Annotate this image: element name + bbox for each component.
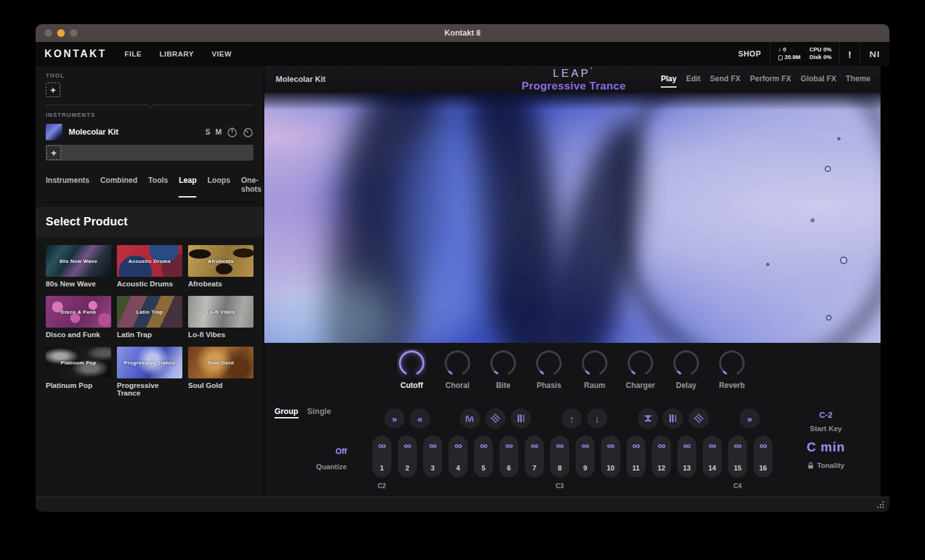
player-panel: Molecolar Kit LEAP′Progressive Trance Pl… bbox=[264, 66, 881, 497]
menu-file[interactable]: FILE bbox=[125, 50, 142, 58]
menu-library[interactable]: LIBRARY bbox=[159, 50, 194, 58]
add-instrument-button[interactable]: + bbox=[46, 145, 61, 160]
knob-charger[interactable]: Charger bbox=[618, 349, 663, 390]
pattern-slot-11[interactable]: ∞11 bbox=[626, 436, 645, 477]
knob-reverb[interactable]: Reverb bbox=[709, 349, 755, 390]
notes-icon: ♪ bbox=[778, 47, 781, 53]
pattern-slot-5[interactable]: ∞5 bbox=[474, 436, 493, 477]
knob-raum[interactable]: Raum bbox=[572, 349, 618, 390]
tab-single[interactable]: Single bbox=[307, 407, 332, 418]
slot-number: 16 bbox=[759, 465, 767, 472]
scatter-button-2[interactable] bbox=[689, 408, 709, 429]
tab-group[interactable]: Group bbox=[274, 407, 299, 418]
tab-global-fx[interactable]: Global FX bbox=[800, 74, 836, 85]
knob-phasis[interactable]: Phasis bbox=[526, 349, 572, 390]
tonality-control[interactable]: Tonality bbox=[778, 462, 874, 469]
product-tile[interactable]: Lo-fi Vibes bbox=[188, 296, 253, 328]
tab-one-shots[interactable]: One-shots bbox=[241, 176, 261, 196]
pattern-bars-button-2[interactable] bbox=[663, 408, 683, 429]
octave-up-button[interactable]: ↑ bbox=[562, 408, 582, 429]
pattern-slot-8[interactable]: ∞8 bbox=[550, 436, 569, 477]
titlebar: Kontakt 8 bbox=[36, 24, 889, 42]
product-disco-and-funk[interactable]: Disco & Funk Disco and Funk bbox=[46, 296, 111, 338]
knob-cutoff[interactable]: Cutoff bbox=[389, 349, 435, 390]
knob-bite[interactable]: Bite bbox=[480, 349, 526, 390]
octave-down-button[interactable]: ↓ bbox=[587, 408, 607, 429]
pattern-slot-4[interactable]: ∞4 bbox=[449, 436, 468, 477]
product-soul-gold[interactable]: Soul Gold Soul Gold bbox=[188, 347, 253, 397]
tab-edit[interactable]: Edit bbox=[686, 74, 701, 85]
tab-loops[interactable]: Loops bbox=[207, 176, 230, 196]
alert-icon[interactable]: ! bbox=[840, 42, 860, 66]
slot-number: 13 bbox=[683, 465, 691, 472]
tab-combined[interactable]: Combined bbox=[100, 176, 138, 196]
pattern-slot-10[interactable]: ∞10 bbox=[601, 436, 620, 477]
solo-button[interactable]: S bbox=[205, 128, 210, 137]
pattern-slot-14[interactable]: ∞14 bbox=[703, 436, 722, 477]
scale-value[interactable]: C min bbox=[778, 440, 874, 455]
resize-grip[interactable] bbox=[876, 500, 884, 509]
mute-button[interactable]: M bbox=[215, 128, 222, 137]
product-tile[interactable]: Afrobeats bbox=[188, 245, 253, 277]
product-acoustic-drums[interactable]: Acoustic Drums Acoustic Drums bbox=[117, 245, 182, 288]
pattern-bars-button[interactable] bbox=[511, 408, 531, 429]
kontakt-window: Kontakt 8 KONTAKT FILE LIBRARY VIEW SHOP… bbox=[36, 24, 889, 512]
pan-knob-icon[interactable] bbox=[243, 127, 253, 138]
tile-overlay-text: Progressive Trance bbox=[117, 347, 182, 378]
product-tile[interactable]: Soul Gold bbox=[188, 347, 253, 378]
pattern-slot-15[interactable]: ∞15 bbox=[728, 436, 747, 477]
pattern-slot-13[interactable]: ∞13 bbox=[677, 436, 696, 477]
product-latin-trap[interactable]: Latin Trap Latin Trap bbox=[117, 296, 182, 338]
plus-icon: + bbox=[50, 85, 55, 95]
pattern-slot-12[interactable]: ∞12 bbox=[652, 436, 671, 477]
tab-tools[interactable]: Tools bbox=[148, 176, 168, 196]
knob-choral[interactable]: Choral bbox=[435, 349, 480, 390]
shift-right-button[interactable]: » bbox=[384, 408, 405, 429]
tab-perform-fx[interactable]: Perform FX bbox=[750, 74, 792, 85]
envelope-button[interactable] bbox=[460, 408, 480, 429]
product-tile[interactable]: Acoustic Drums bbox=[117, 245, 182, 277]
tile-overlay-text: Afrobeats bbox=[188, 245, 253, 277]
product-tile[interactable]: Latin Trap bbox=[117, 296, 182, 328]
menu-view[interactable]: VIEW bbox=[212, 50, 231, 58]
pattern-slot-9[interactable]: ∞9 bbox=[576, 436, 595, 477]
player-header: Molecolar Kit LEAP′Progressive Trance Pl… bbox=[264, 66, 881, 93]
add-tool-button[interactable]: + bbox=[46, 83, 60, 97]
scatter-button[interactable] bbox=[485, 408, 506, 429]
product-afrobeats[interactable]: Afrobeats Afrobeats bbox=[188, 245, 253, 288]
product-platinum-pop[interactable]: Platinum Pop Platinum Pop bbox=[46, 347, 111, 397]
pattern-slot-2[interactable]: ∞2 bbox=[398, 436, 417, 477]
pattern-slot-6[interactable]: ∞6 bbox=[499, 436, 518, 477]
shift-left-button[interactable]: « bbox=[410, 408, 430, 429]
disk-label: Disk bbox=[809, 55, 821, 61]
ni-logo-button[interactable]: NI bbox=[860, 42, 889, 66]
product-lo-fi-vibes[interactable]: Lo-fi Vibes Lo-fi Vibes bbox=[188, 296, 253, 338]
tab-send-fx[interactable]: Send FX bbox=[710, 74, 741, 85]
product-80s-new-wave[interactable]: 80s New Wave 80s New Wave bbox=[46, 245, 111, 288]
product-progressive-trance[interactable]: Progressive Trance Progressive Trance bbox=[117, 347, 182, 397]
twist-button[interactable] bbox=[638, 408, 658, 429]
knob-delay[interactable]: Delay bbox=[663, 349, 709, 390]
infinity-icon: ∞ bbox=[378, 441, 386, 450]
pattern-slot-1[interactable]: ∞1 bbox=[372, 436, 391, 477]
slot-number: 12 bbox=[658, 465, 665, 472]
product-tile[interactable]: 80s New Wave bbox=[46, 245, 111, 277]
tab-leap[interactable]: Leap bbox=[179, 176, 196, 196]
shop-button[interactable]: SHOP bbox=[729, 42, 770, 66]
volume-knob-icon[interactable] bbox=[227, 127, 238, 138]
tab-theme[interactable]: Theme bbox=[846, 74, 870, 85]
product-tile[interactable]: Progressive Trance bbox=[117, 347, 182, 378]
advance-button[interactable]: » bbox=[739, 408, 760, 429]
product-tile[interactable]: Platinum Pop bbox=[46, 347, 111, 378]
pattern-slot-16[interactable]: ∞16 bbox=[753, 436, 773, 477]
start-key-value[interactable]: C-2 bbox=[778, 410, 874, 420]
section-divider[interactable] bbox=[46, 105, 253, 105]
tab-play[interactable]: Play bbox=[661, 74, 677, 85]
product-tile[interactable]: Disco & Funk bbox=[46, 296, 111, 328]
quantize-value[interactable]: Off bbox=[283, 447, 347, 456]
pattern-slot-3[interactable]: ∞3 bbox=[423, 436, 442, 477]
tab-instruments[interactable]: Instruments bbox=[46, 176, 90, 196]
instrument-row[interactable]: Molecolar Kit S M bbox=[46, 123, 253, 141]
add-instrument-bar[interactable]: + bbox=[46, 145, 253, 161]
pattern-slot-7[interactable]: ∞7 bbox=[525, 436, 544, 477]
